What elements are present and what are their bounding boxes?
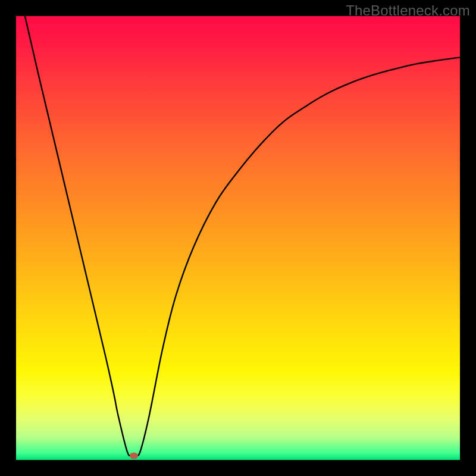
- plot-area: [16, 16, 460, 460]
- chart-frame: [16, 16, 460, 460]
- curve-layer: [16, 16, 460, 460]
- minimum-marker: [130, 452, 138, 459]
- watermark-text: TheBottleneck.com: [346, 2, 470, 19]
- bottleneck-curve: [25, 16, 460, 456]
